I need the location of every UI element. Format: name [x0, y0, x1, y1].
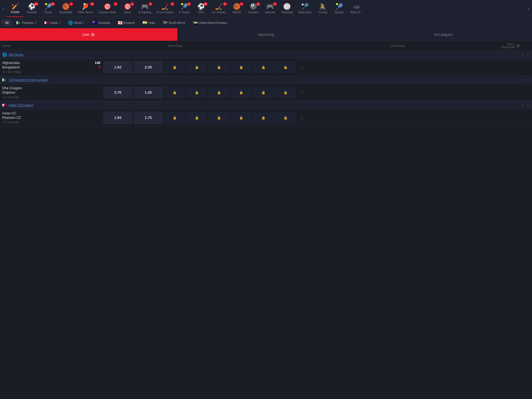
- match-star-button[interactable]: ☆: [296, 115, 306, 120]
- match-status: +6 / 1st Innings: [2, 70, 100, 73]
- sport-item-basketball[interactable]: 🏀 Basketball 1: [57, 0, 75, 17]
- country-label: World: [74, 21, 82, 24]
- team1-name: Afghanistan: [2, 61, 20, 65]
- sport-item-table-tennis[interactable]: 🏓 Table Tennis 15: [75, 0, 96, 17]
- league-collapse-icon[interactable]: −: [522, 52, 524, 57]
- odds-home[interactable]: 3.70: [103, 86, 132, 99]
- odds-away[interactable]: 1.75: [134, 112, 163, 124]
- sport-count-nba2k: 2: [240, 2, 244, 6]
- sport-item-cycling[interactable]: 🚴 Cycling: [314, 0, 331, 17]
- country-pill-australia[interactable]: 🇦🇺Australia: [89, 19, 113, 26]
- team2-name: Phantom CC: [2, 116, 21, 120]
- league-row-qatar-t10[interactable]: 🇶🇦 Qatar T10 League − ☆: [0, 101, 532, 109]
- team2-row: Dolphins: [2, 91, 100, 94]
- flag-icon: 🏴󠁧󠁢󠁥󠁮󠁧󠁿: [118, 21, 122, 25]
- leagues-container: 🌐 ODI Series − ☆ Afghanistan 149 Banglad…: [0, 51, 532, 126]
- match-row: Dha Cougars Dolphins +1 / Live now3.701.…: [0, 84, 532, 101]
- league-collapse-icon[interactable]: −: [522, 103, 524, 107]
- match-star-button[interactable]: ☆: [296, 65, 306, 70]
- sport-item-nba2k[interactable]: 🏀 NBA2k 2: [229, 0, 245, 17]
- sport-icon-snooker: 🎱: [250, 3, 257, 10]
- league-collapse-icon[interactable]: −: [522, 78, 524, 82]
- odds-locked-2: 🔒: [208, 112, 229, 124]
- flag-icon: 🌐: [68, 21, 73, 25]
- sport-item-counter-strike[interactable]: 🎯 Counter-Strike 3: [96, 0, 119, 17]
- league-name: T20 Karachi Premier League: [9, 78, 520, 81]
- sport-item-motor[interactable]: 🏎 Motor R...: [348, 0, 365, 17]
- odds-locked-4: 🔒: [253, 86, 274, 99]
- league-star-icon[interactable]: ☆: [526, 78, 530, 82]
- grid-icon[interactable]: ⊞: [516, 44, 520, 48]
- sport-count-ice-hockey: 4: [223, 2, 227, 6]
- sport-item-fifa[interactable]: ⚽ FIFA 16: [193, 0, 209, 17]
- team1-score: 149: [95, 61, 100, 65]
- odds-home[interactable]: 1.62: [103, 61, 132, 73]
- nav-prev-button[interactable]: ‹: [0, 0, 7, 17]
- sport-item-badminton[interactable]: 🏸 Badminton: [296, 0, 314, 17]
- odds-locked-0: 🔒: [164, 112, 185, 124]
- country-pill-world[interactable]: 🌐World1: [65, 19, 88, 26]
- odds-home[interactable]: 1.93: [103, 112, 132, 124]
- team1-row: Asian CC: [2, 111, 100, 115]
- sport-item-darts[interactable]: 🎯 Darts 1: [119, 0, 136, 17]
- flag-icon: 🇦🇪: [193, 21, 198, 25]
- league-actions: − ☆: [522, 103, 530, 107]
- sport-item-football[interactable]: ⚽ Football 20: [23, 0, 40, 17]
- odds-locked-1: 🔒: [186, 86, 207, 99]
- league-actions: − ☆: [522, 52, 530, 57]
- tab-upcoming[interactable]: Upcoming: [177, 28, 355, 41]
- country-pill-qatar[interactable]: 🇶🇦Qatar1: [41, 19, 63, 26]
- odds-locked-5: 🔒: [275, 112, 296, 124]
- team2-row: Bangladesh 0: [2, 65, 100, 69]
- sport-item-e-ice-hockey[interactable]: 🏒 E-Ice Hockey 3: [154, 0, 176, 17]
- sport-count-tennis: 42: [51, 2, 55, 6]
- league-row-odi-series[interactable]: 🌐 ODI Series − ☆: [0, 51, 532, 59]
- sport-item-e-tennis[interactable]: 🎾 E-Tennis 6: [176, 0, 193, 17]
- sport-label-e-ice-hockey: E-Ice Hockey: [157, 11, 173, 14]
- match-star-button[interactable]: ☆: [296, 90, 306, 95]
- team1-row: Afghanistan 149: [2, 61, 100, 65]
- sport-icon-e-ice-hockey: 🏒: [161, 3, 169, 10]
- sport-count-snooker: 2: [256, 2, 260, 6]
- table-header: Events Home Away Over/Under Sixes - Over…: [0, 41, 532, 51]
- team2-name: Dolphins: [2, 91, 15, 94]
- country-label: England: [124, 21, 135, 24]
- tabs-bar: Live3UpcomingAll Leagues: [0, 28, 532, 41]
- sport-label-counter-strike: Counter-Strike: [99, 11, 116, 14]
- header-events: Events: [2, 44, 105, 47]
- league-flag-icon: 🇶🇦: [2, 103, 7, 107]
- sport-label-squash: Squash: [335, 11, 344, 14]
- odds-away[interactable]: 1.25: [134, 86, 163, 99]
- league-star-icon[interactable]: ☆: [526, 52, 530, 57]
- sport-item-tennis[interactable]: 🎾 Tennis 42: [40, 0, 57, 17]
- odds-locked-1: 🔒: [186, 112, 207, 124]
- country-pill-india[interactable]: 🇮🇳India: [139, 19, 158, 26]
- sport-item-cricket[interactable]: 🏏 Cricket: [7, 0, 23, 17]
- nav-next-button[interactable]: ›: [525, 0, 532, 17]
- match-info: Dha Cougars Dolphins +1 / Live now: [0, 84, 103, 101]
- league-actions: − ☆: [522, 78, 530, 82]
- league-row-t20-karachi[interactable]: 🇵🇰 T20 Karachi Premier League − ☆: [0, 76, 532, 84]
- sport-label-cycling: Cycling: [318, 11, 327, 14]
- match-status: +2 / Live now: [2, 121, 100, 124]
- sport-item-ice-hockey[interactable]: 🏒 Ice Hockey 4: [209, 0, 228, 17]
- sport-item-squash[interactable]: 🎾 Squash: [331, 0, 348, 17]
- sport-icon-counter-strike: 🎯: [104, 3, 111, 10]
- tab-all-leagues[interactable]: All Leagues: [355, 28, 532, 41]
- odds-away[interactable]: 2.20: [134, 61, 163, 73]
- country-pill-england[interactable]: 🏴󠁧󠁢󠁥󠁮󠁧󠁿England: [115, 19, 138, 26]
- sport-item-valorant[interactable]: 🎮 Valorant 1: [262, 0, 278, 17]
- country-pill-south-africa[interactable]: 🇿🇦South Africa: [160, 19, 188, 26]
- country-pill-all[interactable]: All: [2, 20, 12, 25]
- tab-live[interactable]: Live3: [0, 28, 177, 41]
- country-pill-united-arab-emirates[interactable]: 🇦🇪United Arab Emirates: [190, 19, 231, 26]
- sport-item-e-fighting[interactable]: 🎮 E-Fighting 5: [136, 0, 154, 17]
- sport-count-basketball: 1: [69, 2, 73, 6]
- sport-item-snooker[interactable]: 🎱 Snooker 2: [245, 0, 262, 17]
- odds-locked-5: 🔒: [275, 86, 296, 99]
- odds-locked-2: 🔒: [208, 86, 229, 99]
- sport-item-volleyball[interactable]: 🏐 Volleyball: [278, 0, 296, 17]
- odds-locked-3: 🔒: [231, 61, 252, 73]
- country-pill-pakistan[interactable]: 🇵🇰Pakistan1: [13, 19, 40, 26]
- league-star-icon[interactable]: ☆: [526, 103, 530, 107]
